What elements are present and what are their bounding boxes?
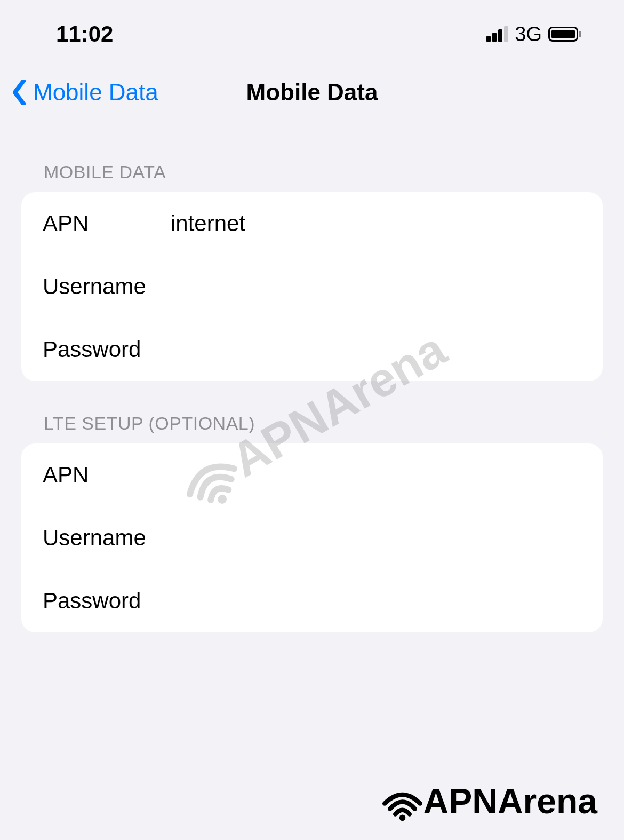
lte-username-label: Username (43, 525, 171, 551)
page-title: Mobile Data (246, 79, 378, 106)
table-row[interactable]: APN (21, 443, 603, 506)
back-button-label: Mobile Data (33, 79, 158, 106)
table-row[interactable]: APN (21, 192, 603, 255)
apn-input[interactable] (171, 211, 581, 236)
network-type-label: 3G (515, 23, 542, 46)
status-bar: 11:02 3G (0, 0, 624, 58)
apn-label: APN (43, 211, 171, 236)
password-label: Password (43, 337, 171, 362)
section-header-mobile-data: MOBILE DATA (21, 116, 603, 192)
table-row[interactable]: Password (21, 318, 603, 381)
password-input[interactable] (171, 337, 581, 362)
lte-password-label: Password (43, 588, 171, 614)
table-row[interactable]: Username (21, 255, 603, 318)
username-input[interactable] (171, 274, 581, 299)
settings-group-mobile-data: APN Username Password (21, 192, 603, 381)
table-row[interactable]: Username (21, 506, 603, 569)
battery-icon (548, 27, 581, 42)
settings-group-lte-setup: APN Username Password (21, 443, 603, 632)
watermark-bottom: APNArena (380, 781, 597, 821)
watermark-bottom-text: APNArena (423, 781, 597, 821)
lte-password-input[interactable] (171, 588, 581, 614)
section-header-lte-setup: LTE SETUP (OPTIONAL) (21, 381, 603, 443)
table-row[interactable]: Password (21, 569, 603, 632)
content-area: MOBILE DATA APN Username Password LTE SE… (0, 116, 624, 632)
back-button[interactable]: Mobile Data (12, 79, 158, 106)
chevron-left-icon (12, 80, 27, 105)
signal-strength-icon (486, 26, 508, 42)
status-time: 11:02 (56, 21, 113, 47)
status-indicators: 3G (486, 23, 581, 46)
lte-username-input[interactable] (171, 525, 581, 551)
username-label: Username (43, 274, 171, 299)
lte-apn-label: APN (43, 462, 171, 488)
lte-apn-input[interactable] (171, 462, 581, 488)
navigation-bar: Mobile Data Mobile Data (0, 58, 624, 116)
wifi-icon (380, 781, 425, 821)
svg-point-1 (399, 814, 405, 821)
